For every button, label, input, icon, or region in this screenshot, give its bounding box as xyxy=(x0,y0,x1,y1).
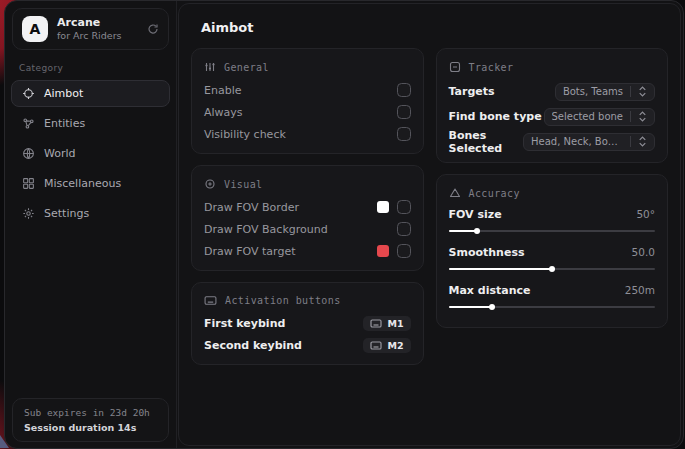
setting-label: Draw FOV Background xyxy=(204,223,328,236)
setting-row: FOV size 50° xyxy=(449,205,656,223)
setting-row: Draw FOV Border xyxy=(204,196,411,218)
sidebar-item-entities[interactable]: Entities xyxy=(11,110,170,137)
setting-label: Always xyxy=(204,106,243,119)
select-value: Bots, Teams xyxy=(563,86,623,97)
setting-label: Targets xyxy=(449,85,495,98)
subscription-card: Sub expires in 23d 20h Session duration … xyxy=(12,398,169,442)
app-name: Arcane xyxy=(57,16,138,30)
setting-label: FOV size xyxy=(449,208,502,221)
sidebar-item-label: Miscellaneous xyxy=(44,177,121,190)
keyboard-icon xyxy=(370,319,382,328)
fov-border-checkbox[interactable] xyxy=(397,200,411,214)
sidebar-item-label: Settings xyxy=(44,207,89,220)
setting-label: Draw FOV target xyxy=(204,245,296,258)
always-checkbox[interactable] xyxy=(397,105,411,119)
fov-background-checkbox[interactable] xyxy=(397,222,411,236)
focus-icon xyxy=(204,178,216,190)
slider-value: 50.0 xyxy=(632,246,655,258)
sidebar-item-label: World xyxy=(44,147,76,160)
gear-icon xyxy=(22,207,35,220)
visibility-check-checkbox[interactable] xyxy=(397,127,411,141)
slider-value: 250m xyxy=(625,284,655,296)
setting-label: Enable xyxy=(204,84,241,97)
main-panel: Aimbot General Enable xyxy=(178,3,681,446)
tracker-icon xyxy=(449,61,461,73)
select-value: Head, Neck, Body, Fe... xyxy=(531,136,623,147)
setting-label: Max distance xyxy=(449,284,531,297)
card-title: Visual xyxy=(224,179,263,190)
visual-card: Visual Draw FOV Border Draw FOV Backgrou… xyxy=(191,165,424,271)
setting-row: Draw FOV target xyxy=(204,240,411,262)
chevrons-up-down-icon xyxy=(638,86,647,97)
slider-value: 50° xyxy=(636,208,655,220)
cursor-artifact xyxy=(0,435,9,448)
setting-row: Find bone type Selected bone xyxy=(449,104,656,129)
bones-selected-select[interactable]: Head, Neck, Body, Fe... xyxy=(523,133,655,151)
setting-row: Smoothness 50.0 xyxy=(449,243,656,261)
color-swatch[interactable] xyxy=(377,245,389,257)
card-title: Activation buttons xyxy=(225,295,341,306)
sidebar-item-world[interactable]: World xyxy=(11,140,170,167)
first-keybind-button[interactable]: M1 xyxy=(363,316,410,331)
accuracy-card: Accuracy FOV size 50° Smoothness 50.0 xyxy=(436,174,669,328)
sidebar-item-miscellaneous[interactable]: Miscellaneous xyxy=(11,170,170,197)
session-duration-text: Session duration 14s xyxy=(24,422,157,433)
sidebar-item-label: Aimbot xyxy=(44,87,83,100)
setting-row: Enable xyxy=(204,79,411,101)
targets-select[interactable]: Bots, Teams xyxy=(555,83,655,101)
grid-icon xyxy=(22,177,35,190)
slider-fill xyxy=(449,306,492,308)
triangle-icon xyxy=(449,187,461,199)
setting-label: Visibility check xyxy=(204,128,286,141)
select-value: Selected bone xyxy=(552,111,623,122)
max-distance-slider[interactable] xyxy=(449,306,656,308)
setting-label: Second keybind xyxy=(204,339,302,352)
crosshair-icon xyxy=(22,87,35,100)
setting-label: First keybind xyxy=(204,317,285,330)
page-title: Aimbot xyxy=(201,20,668,35)
brand-card: A Arcane for Arc Riders xyxy=(12,8,169,50)
sidebar-item-label: Entities xyxy=(44,117,85,130)
divider xyxy=(630,86,631,97)
sidebar-item-aimbot[interactable]: Aimbot xyxy=(11,80,170,107)
category-label: Category xyxy=(19,63,176,73)
keybind-value: M2 xyxy=(387,340,403,351)
setting-label: Draw FOV Border xyxy=(204,201,299,214)
tracker-card: Tracker Targets Bots, Teams xyxy=(436,48,669,163)
app-subtitle: for Arc Riders xyxy=(57,30,138,42)
divider xyxy=(630,136,631,147)
keybind-value: M1 xyxy=(387,318,403,329)
setting-row: Bones Selected Head, Neck, Body, Fe... xyxy=(449,129,656,154)
app-window: A Arcane for Arc Riders Category Aimbot xyxy=(4,0,684,449)
find-bone-type-select[interactable]: Selected bone xyxy=(544,108,655,126)
globe-icon xyxy=(22,147,35,160)
sub-expiry-text: Sub expires in 23d 20h xyxy=(24,407,157,418)
general-card: General Enable Always Visibility check xyxy=(191,48,424,154)
activation-card: Activation buttons First keybind M1 xyxy=(191,282,424,365)
setting-row: Draw FOV Background xyxy=(204,218,411,240)
setting-label: Find bone type xyxy=(449,110,542,123)
enable-checkbox[interactable] xyxy=(397,83,411,97)
keyboard-icon xyxy=(204,295,217,306)
divider xyxy=(630,111,631,122)
setting-row: Second keybind M2 xyxy=(204,334,411,356)
chevrons-up-down-icon xyxy=(638,136,647,147)
smoothness-slider[interactable] xyxy=(449,268,656,270)
app-logo: A xyxy=(22,16,48,42)
setting-row: First keybind M1 xyxy=(204,312,411,334)
fov-target-checkbox[interactable] xyxy=(397,244,411,258)
sidebar-item-settings[interactable]: Settings xyxy=(11,200,170,227)
setting-label: Bones Selected xyxy=(449,129,524,155)
sidebar-nav: Aimbot Entities World xyxy=(5,80,176,227)
nodes-icon xyxy=(22,117,35,130)
keyboard-icon xyxy=(370,341,382,350)
chevrons-up-down-icon xyxy=(638,111,647,122)
second-keybind-button[interactable]: M2 xyxy=(363,338,410,353)
slider-fill xyxy=(449,230,478,232)
setting-row: Targets Bots, Teams xyxy=(449,79,656,104)
card-title: Accuracy xyxy=(469,188,520,199)
sync-icon[interactable] xyxy=(147,23,159,35)
fov-size-slider[interactable] xyxy=(449,230,656,232)
color-swatch[interactable] xyxy=(377,201,389,213)
setting-row: Always xyxy=(204,101,411,123)
